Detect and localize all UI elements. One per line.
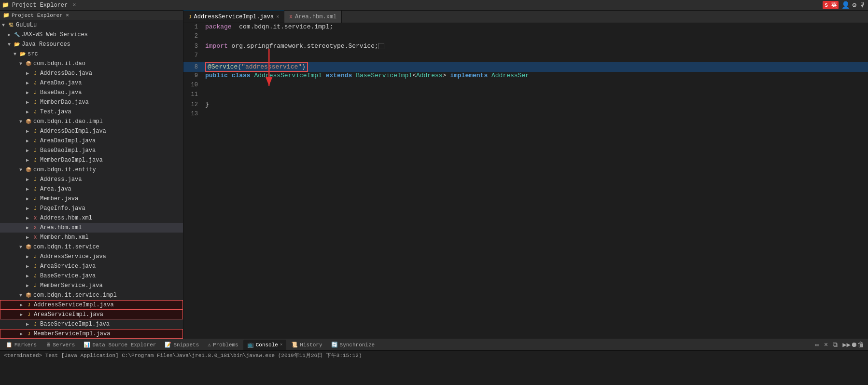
tree-item-areahbm[interactable]: ▶ X Area.hbm.xml <box>0 223 183 233</box>
line-num-2: 2 <box>183 33 203 40</box>
tree-item-areadaoimpl[interactable]: ▶ J AreaDaoImpl.java <box>0 136 183 146</box>
label-memberservice: MemberService.java <box>40 282 103 289</box>
tree-item-jaxws[interactable]: ▶ 🔧 JAX-WS Web Services <box>0 30 183 40</box>
code-line-1: 1 package com.bdqn.it.service.impl; <box>183 23 868 33</box>
label-dao: com.bdqn.it.dao <box>33 60 85 67</box>
synchronize-label: Synchronize <box>340 342 375 348</box>
icon-java-areaserviceimpl: J <box>26 311 32 318</box>
tab-label-addressserviceimpl: AddressServiceImpl.java <box>194 14 274 20</box>
tree-item-member[interactable]: ▶ J Member.java <box>0 194 183 204</box>
tree-item-addressservice[interactable]: ▶ J AddressService.java <box>0 252 183 261</box>
tree-item-memberservice[interactable]: ▶ J MemberService.java <box>0 281 183 290</box>
label-baseservice: BaseService.java <box>40 273 96 279</box>
icon-java-addressdaoimpl: J <box>32 128 39 135</box>
settings-icon: ⚙ <box>853 1 856 9</box>
tree-item-areadao[interactable]: ▶ J AreaDao.java <box>0 78 183 88</box>
tree-item-dao[interactable]: ▼ 📦 com.bdqn.it.dao <box>0 59 183 69</box>
tree-item-entity[interactable]: ▼ 📦 com.bdqn.it.entity <box>0 165 183 175</box>
tree-item-memberhbm[interactable]: ▶ X Member.hbm.xml <box>0 233 183 242</box>
code-editor[interactable]: 1 package com.bdqn.it.service.impl; 2 3 … <box>183 23 868 339</box>
tree-item-javaresources[interactable]: ▼ 📂 Java Resources <box>0 40 183 49</box>
icon-java-memberservice: J <box>32 282 39 289</box>
sidebar-header: 📁 Project Explorer × <box>0 11 183 20</box>
icon-java-addressserviceimpl: J <box>26 302 32 308</box>
sougou-icon: S 英 <box>823 1 838 9</box>
tree-item-test[interactable]: ▶ J Test.java <box>0 107 183 117</box>
tree-item-service[interactable]: ▼ 📦 com.bdqn.it.service <box>0 242 183 252</box>
arrow-gululu: ▼ <box>2 23 8 28</box>
tree-item-area[interactable]: ▶ J Area.java <box>0 184 183 194</box>
label-areaserviceimpl: AreaServiceImpl.java <box>34 311 103 318</box>
tree-item-pageinfo[interactable]: ▶ J PageInfo.java <box>0 204 183 213</box>
bottom-tab-synchronize[interactable]: 🔄 Synchronize <box>327 340 379 350</box>
arrow-basedaoimpl: ▶ <box>26 148 32 153</box>
line-num-11: 11 <box>183 91 203 98</box>
arrow-pageinfo: ▶ <box>26 206 32 211</box>
tree-item-src[interactable]: ▼ 📂 src <box>0 49 183 59</box>
tree-item-memberdao[interactable]: ▶ J MemberDao.java <box>0 97 183 107</box>
bottom-maximize-icon[interactable]: ⧉ <box>831 341 840 349</box>
arrow-service: ▼ <box>19 245 25 250</box>
tree-item-memberserviceimpl[interactable]: ▶ J MemberServiceImpl.java <box>0 329 183 339</box>
icon-java-areadaoimpl: J <box>32 138 39 144</box>
problems-label: Problems <box>213 342 238 348</box>
tree-item-baseserviceimpl[interactable]: ▶ J BaseServiceImpl.java <box>0 319 183 329</box>
arrow-addressdao: ▶ <box>26 70 32 76</box>
arrow-addressdaoimpl: ▶ <box>26 128 32 134</box>
icon-jaxws: 🔧 <box>14 31 20 38</box>
line-num-7: 7 <box>183 52 203 59</box>
tree-item-basedao[interactable]: ▶ J BaseDao.java <box>0 88 183 97</box>
icon-javaresources: 📂 <box>14 41 20 48</box>
tree-item-basedaoimpl[interactable]: ▶ J BaseDaoImpl.java <box>0 146 183 155</box>
bottom-tab-snippets[interactable]: 📝 Snippets <box>161 340 203 350</box>
code-line-9: 9 public class AddressServiceImpl extend… <box>183 72 868 82</box>
tree-item-gululu[interactable]: ▼ 🏗 GuLuLu <box>0 20 183 30</box>
tab-areahbm[interactable]: X Area.hbm.xml <box>284 11 342 23</box>
code-line-10: 10 <box>183 82 868 91</box>
tree-item-addressdaoimpl[interactable]: ▶ J AddressDaoImpl.java <box>0 126 183 136</box>
bottom-minimize-icon[interactable]: ▭ <box>813 341 821 349</box>
tree-item-memberdaoimpl[interactable]: ▶ J MemberDaoImpl.java <box>0 155 183 165</box>
icon-java-memberdao: J <box>32 99 39 106</box>
tree-item-areaservice[interactable]: ▶ J AreaService.java <box>0 261 183 271</box>
tree-item-baseservice[interactable]: ▶ J BaseService.java <box>0 271 183 281</box>
arrow-areadaoimpl: ▶ <box>26 138 32 144</box>
tree-item-serviceimpl[interactable]: ▼ 📦 com.bdqn.it.service.impl <box>0 290 183 300</box>
bottom-close-icon[interactable]: × <box>822 341 830 349</box>
label-pageinfo: PageInfo.java <box>40 205 85 212</box>
label-member: Member.java <box>40 195 78 202</box>
arrow-area: ▶ <box>26 186 32 192</box>
line-content-12: } <box>203 101 868 108</box>
label-addresshbm: Address.hbm.xml <box>40 215 92 221</box>
top-bar-close[interactable]: × <box>72 2 76 9</box>
problems-icon: ⚠ <box>208 342 211 348</box>
label-basedao: BaseDao.java <box>40 89 82 96</box>
tree-item-addressserviceimpl[interactable]: ▶ J AddressServiceImpl.java <box>0 300 183 310</box>
tree-item-daoimpl[interactable]: ▼ 📦 com.bdqn.it.dao.impl <box>0 117 183 126</box>
bottom-tab-datasource[interactable]: 📊 Data Source Explorer <box>80 340 160 350</box>
tree-item-addresshbm[interactable]: ▶ X Address.hbm.xml <box>0 213 183 223</box>
label-areaservice: AreaService.java <box>40 263 96 270</box>
bottom-tab-servers[interactable]: 🖥 Servers <box>42 340 79 350</box>
bottom-tab-markers[interactable]: 📋 Markers <box>2 340 41 350</box>
line-num-13: 13 <box>183 110 203 117</box>
label-areahbm: Area.hbm.xml <box>40 224 82 231</box>
tree-item-address[interactable]: ▶ J Address.java <box>0 175 183 184</box>
bottom-panel: 📋 Markers 🖥 Servers 📊 Data Source Explor… <box>0 339 868 385</box>
bottom-tab-history[interactable]: 📜 History <box>287 340 326 350</box>
tree-item-areaserviceimpl[interactable]: ▶ J AreaServiceImpl.java <box>0 310 183 319</box>
label-javaresources: Java Resources <box>22 41 70 48</box>
arrow-daoimpl: ▼ <box>19 119 25 124</box>
tab-close-addressserviceimpl[interactable]: × <box>276 14 279 20</box>
icon-java-pageinfo: J <box>32 205 39 212</box>
bottom-tab-problems[interactable]: ⚠ Problems <box>204 340 242 350</box>
sidebar-tree[interactable]: ▼ 🏗 GuLuLu ▶ 🔧 JAX-WS Web Services ▼ 📂 <box>0 20 183 339</box>
arrow-memberhbm: ▶ <box>26 234 32 240</box>
tree-item-addressdao[interactable]: ▶ J AddressDao.java <box>0 69 183 78</box>
console-close[interactable]: × <box>280 343 282 347</box>
icon-xml-memberhbm: X <box>32 234 39 241</box>
tab-addressserviceimpl[interactable]: J AddressServiceImpl.java × <box>183 11 284 23</box>
bottom-tab-console[interactable]: 📺 Console × <box>243 340 287 350</box>
icon-package-service: 📦 <box>25 244 32 250</box>
line-num-10: 10 <box>183 82 203 88</box>
